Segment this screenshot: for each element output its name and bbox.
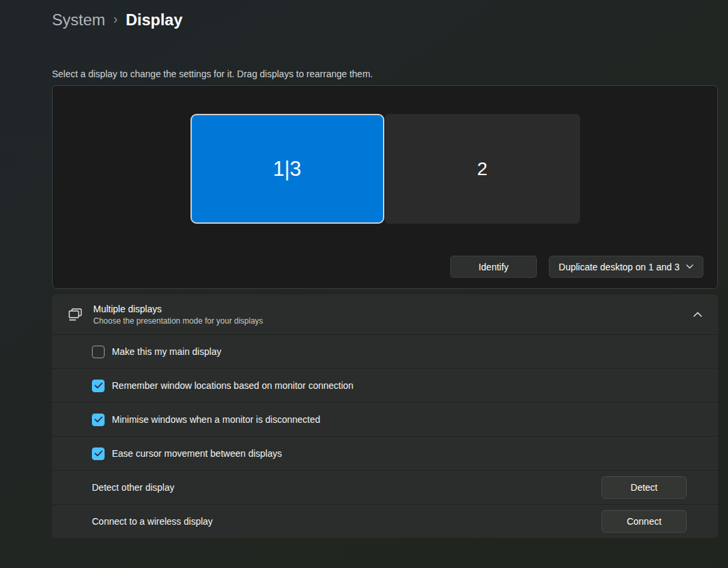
instruction-text: Select a display to change the settings …: [52, 69, 718, 79]
setting-row-minimise-windows: Minimise windows when a monitor is disco…: [52, 402, 718, 436]
checkbox-make-main-display[interactable]: [92, 346, 105, 358]
checkbox-label: Make this my main display: [112, 346, 221, 357]
display-mode-dropdown[interactable]: Duplicate desktop on 1 and 3: [549, 256, 703, 278]
multiple-displays-icon: [67, 308, 84, 322]
detect-button[interactable]: Detect: [601, 476, 687, 499]
monitor-2[interactable]: 2: [385, 114, 580, 224]
monitor-2-label: 2: [477, 158, 488, 180]
breadcrumb: System › Display: [52, 0, 718, 31]
setting-row-remember-locations: Remember window locations based on monit…: [52, 368, 718, 402]
display-arrangement-panel: 1|3 2 Identify Duplicate desktop on 1 an…: [52, 85, 718, 289]
setting-row-detect-display: Detect other display Detect: [52, 470, 718, 504]
checkbox-label: Ease cursor movement between displays: [112, 448, 282, 459]
checkbox-minimise-windows[interactable]: [92, 414, 105, 426]
checkbox-ease-cursor-movement[interactable]: [92, 447, 105, 460]
display-settings-page: System › Display Select a display to cha…: [0, 0, 728, 538]
setting-row-wireless-display: Connect to a wireless display Connect: [52, 504, 718, 538]
monitor-1-3[interactable]: 1|3: [190, 114, 384, 224]
setting-row-main-display: Make this my main display: [52, 334, 718, 368]
monitor-arrangement: 1|3 2: [53, 86, 717, 224]
display-mode-dropdown-value: Duplicate desktop on 1 and 3: [559, 262, 679, 272]
chevron-down-icon: [686, 264, 693, 269]
connect-wireless-display-label: Connect to a wireless display: [92, 516, 212, 527]
checkbox-remember-window-locations[interactable]: [92, 380, 105, 392]
checkbox-label: Minimise windows when a monitor is disco…: [112, 414, 320, 425]
setting-row-ease-cursor: Ease cursor movement between displays: [52, 436, 718, 470]
connect-button[interactable]: Connect: [601, 510, 687, 533]
page-title: Display: [126, 11, 182, 29]
chevron-right-icon: ›: [113, 11, 118, 29]
checkbox-label: Remember window locations based on monit…: [112, 380, 354, 391]
breadcrumb-system[interactable]: System: [52, 11, 105, 29]
identify-button[interactable]: Identify: [450, 256, 537, 278]
multiple-displays-header[interactable]: Multiple displays Choose the presentatio…: [52, 294, 718, 334]
panel-actions: Identify Duplicate desktop on 1 and 3: [450, 256, 703, 278]
multiple-displays-subtitle: Choose the presentation mode for your di…: [93, 316, 693, 326]
multiple-displays-section: Multiple displays Choose the presentatio…: [52, 294, 718, 538]
multiple-displays-header-text: Multiple displays Choose the presentatio…: [93, 304, 693, 326]
monitor-1-3-label: 1|3: [273, 157, 302, 181]
multiple-displays-title: Multiple displays: [93, 304, 693, 314]
detect-other-display-label: Detect other display: [92, 482, 175, 493]
chevron-up-icon[interactable]: [693, 312, 702, 317]
